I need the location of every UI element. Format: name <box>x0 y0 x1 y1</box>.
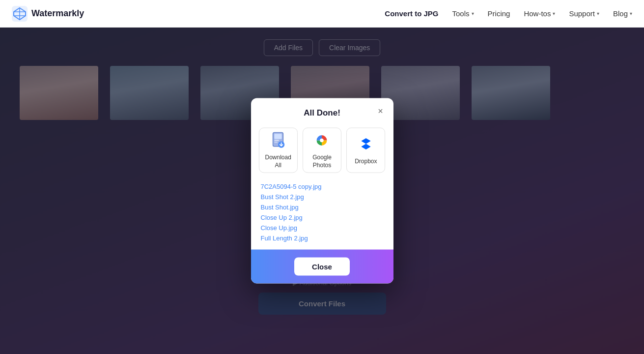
download-icon <box>269 131 287 150</box>
tools-chevron-icon: ▾ <box>472 11 474 16</box>
google-photos-label: Google Photos <box>303 154 341 169</box>
modal-options: DownloadAll Google Photo <box>251 124 393 181</box>
file-link-6[interactable]: Full Length 2.jpg <box>261 235 384 242</box>
svg-rect-3 <box>275 140 279 141</box>
svg-rect-2 <box>275 134 282 139</box>
nav-howtos[interactable]: How-tos▾ <box>524 9 555 18</box>
modal-wrapper: All Done! × <box>251 98 393 284</box>
modal-footer: Close <box>251 250 393 284</box>
main-area: Add Files Clear Images All Done! × <box>0 28 644 354</box>
logo-text: Watermarkly <box>31 8 84 19</box>
logo-icon <box>12 6 28 22</box>
download-all-label: DownloadAll <box>265 154 291 169</box>
modal-title: All Done! <box>304 108 340 118</box>
file-link-2[interactable]: Bust Shot 2.jpg <box>261 193 384 201</box>
close-button[interactable]: Close <box>294 258 350 276</box>
file-link-4[interactable]: Close Up 2.jpg <box>261 214 384 221</box>
howtos-chevron-icon: ▾ <box>553 11 555 16</box>
file-link-1[interactable]: 7C2A5094-5 copy.jpg <box>261 183 384 190</box>
svg-rect-4 <box>275 142 278 143</box>
blog-chevron-icon: ▾ <box>630 11 632 16</box>
all-done-modal: All Done! × <box>251 98 393 284</box>
support-chevron-icon: ▾ <box>597 11 599 16</box>
file-link-3[interactable]: Bust Shot.jpg <box>261 204 384 211</box>
file-link-5[interactable]: Close Up.jpg <box>261 224 384 232</box>
dropbox-option[interactable]: Dropbox <box>346 128 385 173</box>
svg-point-6 <box>320 139 324 143</box>
modal-header: All Done! × <box>251 98 393 124</box>
nav-links: Convert to JPG Tools▾ Pricing How-tos▾ S… <box>385 9 632 18</box>
svg-marker-8 <box>361 138 370 144</box>
svg-marker-9 <box>361 144 370 149</box>
nav-tools[interactable]: Tools▾ <box>452 9 474 18</box>
dropbox-label: Dropbox <box>355 158 377 166</box>
nav-blog[interactable]: Blog▾ <box>613 9 632 18</box>
nav-convert-to-jpg[interactable]: Convert to JPG <box>385 9 438 18</box>
logo[interactable]: Watermarkly <box>12 6 84 22</box>
modal-file-links: 7C2A5094-5 copy.jpg Bust Shot 2.jpg Bust… <box>251 181 393 250</box>
dropbox-icon <box>357 135 375 154</box>
nav-support[interactable]: Support▾ <box>569 9 599 18</box>
navigation: Watermarkly Convert to JPG Tools▾ Pricin… <box>0 0 644 28</box>
modal-close-button[interactable]: × <box>375 105 387 117</box>
nav-pricing[interactable]: Pricing <box>488 9 510 18</box>
google-photos-option[interactable]: Google Photos <box>303 128 341 173</box>
google-photos-icon <box>312 131 331 150</box>
download-all-option[interactable]: DownloadAll <box>259 128 298 173</box>
